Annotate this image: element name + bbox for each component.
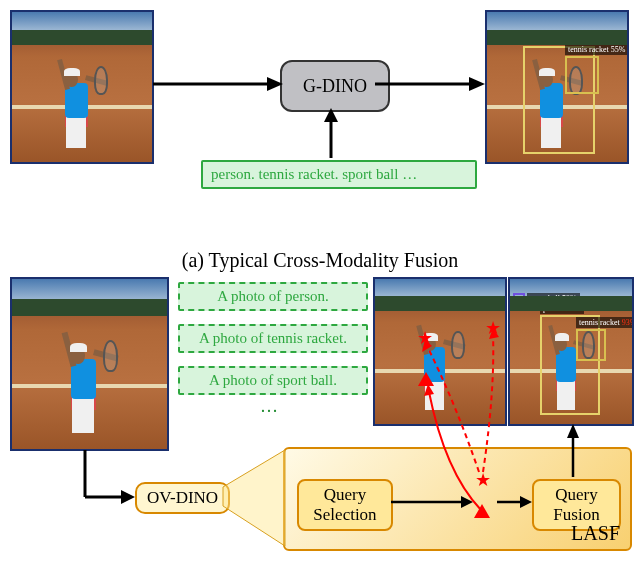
detection-racket-b: tennis racket 93% (576, 329, 606, 361)
lasf-box: Query Selection Query Fusion ★ LASF (283, 447, 632, 551)
detection-label-ball-b: sport ball 59% (527, 293, 580, 304)
prompt-person: A photo of person. (178, 282, 368, 311)
detection-label-person-b: person 87% (540, 303, 584, 314)
detection-label-person-a: person 63% (523, 34, 567, 45)
input-image-a (10, 10, 154, 164)
figure-container: G-DINO person. tennis racket. sport ball… (5, 5, 635, 565)
svg-marker-15 (567, 424, 579, 438)
lasf-star: ★ (475, 469, 491, 491)
section-a: G-DINO person. tennis racket. sport ball… (5, 5, 635, 245)
ovdino-label: OV-DINO (147, 488, 218, 507)
detection-racket-a: tennis racket 55% (565, 56, 599, 94)
prompt-racket: A photo of tennis racket. (178, 324, 368, 353)
prompts-ellipsis: … (260, 396, 280, 417)
gdino-label: G-DINO (303, 76, 367, 97)
mid-star-right: ★ (485, 317, 501, 339)
prompt-text-a: person. tennis racket. sport ball … (201, 160, 477, 189)
mid-star-left: ★ (417, 327, 433, 349)
prompt-ball: A photo of sport ball. (178, 366, 368, 395)
mid-triangle (418, 372, 434, 386)
output-image-b: sport ball 59% person 87% tennis racket … (508, 277, 634, 426)
svg-marker-8 (121, 490, 135, 504)
caption-a: (a) Typical Cross-Modality Fusion (5, 249, 635, 272)
mid-image-b (373, 277, 507, 426)
gdino-box: G-DINO (280, 60, 390, 112)
detection-label-racket-b: tennis racket 93% (576, 317, 634, 328)
lasf-triangle (474, 504, 490, 518)
input-image-b (10, 277, 169, 451)
lasf-label: LASF (571, 522, 620, 545)
detection-ball-b: sport ball 59% (513, 293, 525, 305)
query-selection-box: Query Selection (297, 479, 393, 531)
detection-label-racket-a: tennis racket 55% (565, 44, 628, 55)
svg-marker-9 (223, 450, 285, 546)
svg-marker-3 (469, 77, 485, 91)
section-b: A photo of person. A photo of tennis rac… (5, 272, 635, 565)
ovdino-box: OV-DINO (135, 482, 230, 514)
output-image-a: person 63% tennis racket 55% (485, 10, 629, 164)
